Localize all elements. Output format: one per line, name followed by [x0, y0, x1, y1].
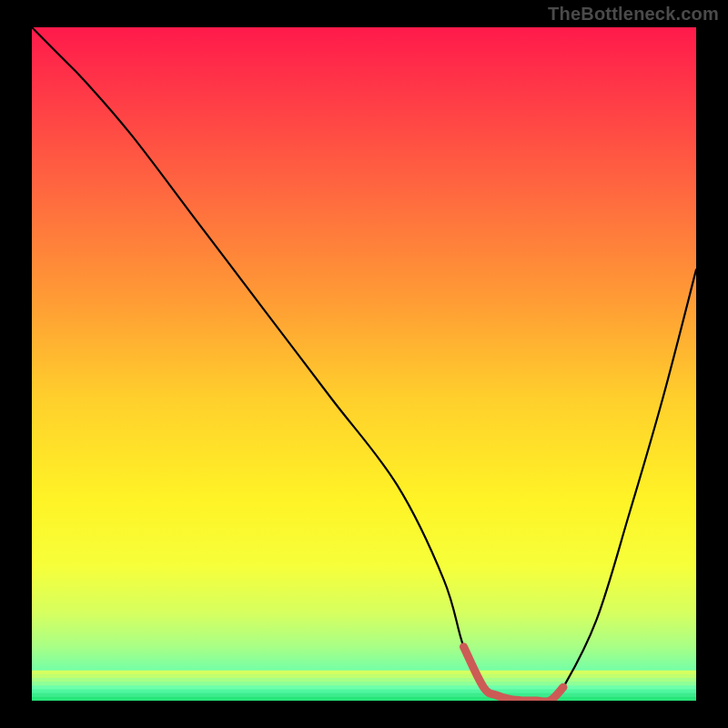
flat-highlight: [464, 647, 564, 701]
curve-layer: [32, 27, 696, 701]
chart-frame: TheBottleneck.com: [0, 0, 728, 728]
bottleneck-curve: [32, 27, 696, 701]
watermark-text: TheBottleneck.com: [548, 4, 719, 25]
plot-area: [32, 27, 696, 701]
